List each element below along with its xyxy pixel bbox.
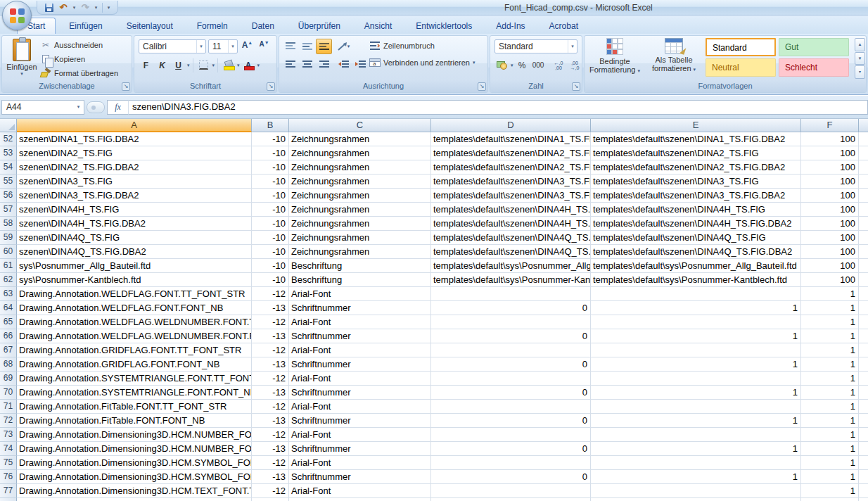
cell-d[interactable]: templates\default\szenen\DINA2_TS.FIG bbox=[431, 146, 591, 160]
cell-a[interactable] bbox=[17, 498, 252, 501]
decrease-decimal-button[interactable]: ,00→,0 bbox=[568, 58, 582, 72]
font-size-combo[interactable]: 11 ▾ bbox=[208, 39, 238, 53]
cell-c[interactable] bbox=[289, 498, 431, 501]
underline-dropdown-icon[interactable]: ▾ bbox=[187, 63, 190, 68]
redo-button[interactable]: ↷ bbox=[79, 1, 91, 13]
cell-b[interactable]: -10 bbox=[252, 273, 289, 287]
cell-g[interactable] bbox=[859, 245, 868, 259]
align-top-button[interactable] bbox=[282, 39, 298, 54]
cell-f[interactable]: 1 bbox=[801, 315, 859, 329]
column-header[interactable] bbox=[859, 119, 868, 132]
copy-button[interactable]: Kopieren bbox=[40, 53, 118, 65]
cell-e[interactable]: templates\default\szenen\DINA4H_TS.FIG bbox=[591, 203, 801, 217]
cell-f[interactable]: 100 bbox=[801, 189, 859, 203]
cell-c[interactable]: Arial-Font bbox=[289, 428, 431, 442]
font-color-dropdown-icon[interactable]: ▾ bbox=[257, 63, 260, 68]
cell-b[interactable]: -12 bbox=[252, 428, 289, 442]
cell-f[interactable]: 1 bbox=[801, 456, 859, 470]
cell-f[interactable]: 1 bbox=[801, 329, 859, 343]
customize-qat-button[interactable]: ▾ bbox=[106, 5, 112, 11]
cell-c[interactable]: Zeichnungsrahmen bbox=[289, 189, 431, 203]
cell-f[interactable]: 1 bbox=[801, 372, 859, 386]
ribbon-tab[interactable]: Add-Ins bbox=[485, 18, 535, 34]
cell-d[interactable]: 0 bbox=[431, 414, 591, 428]
cell-c[interactable]: Zeichnungsrahmen bbox=[289, 217, 431, 231]
cell-a[interactable]: Drawing.Annotation.WELDFLAG.WELDNUMBER.F… bbox=[17, 315, 252, 329]
cell-g[interactable] bbox=[859, 217, 868, 231]
row-header[interactable]: 71 bbox=[0, 400, 17, 414]
cell-c[interactable]: Zeichnungsrahmen bbox=[289, 146, 431, 160]
cell-a[interactable]: Drawing.Annotation.Dimensioning3D.HCM.TE… bbox=[17, 484, 252, 498]
font-color-button[interactable]: A bbox=[241, 58, 256, 72]
cell-e[interactable] bbox=[591, 456, 801, 470]
cell-a[interactable]: szenen\DINA2_TS.FIG.DBA2 bbox=[17, 160, 252, 175]
italic-button[interactable]: K bbox=[155, 58, 170, 72]
gallery-scroll-down-button[interactable]: ▼ bbox=[855, 52, 865, 65]
cell-g[interactable] bbox=[859, 498, 868, 501]
cell-b[interactable]: -12 bbox=[252, 287, 289, 301]
cell-e[interactable]: 1 bbox=[591, 414, 801, 428]
cell-d[interactable] bbox=[431, 498, 591, 501]
cell-c[interactable]: Schriftnummer bbox=[289, 414, 431, 428]
align-bottom-button[interactable] bbox=[316, 39, 332, 54]
cell-c[interactable]: Schriftnummer bbox=[289, 470, 431, 484]
column-header[interactable]: C bbox=[289, 119, 431, 132]
cell-a[interactable]: sys\Posnummer-Kantblech.ftd bbox=[17, 273, 252, 287]
cell-g[interactable] bbox=[859, 189, 868, 203]
cell-a[interactable]: Drawing.Annotation.SYSTEMTRIANGLE.FONT.T… bbox=[17, 372, 252, 386]
cell-d[interactable]: 0 bbox=[431, 357, 591, 372]
select-all-button[interactable] bbox=[0, 119, 17, 132]
cell-a[interactable]: Drawing.Annotation.FitTable.FONT.FONT_NB bbox=[17, 414, 252, 428]
cell-b[interactable]: -10 bbox=[252, 132, 289, 146]
cell-f[interactable]: 1 bbox=[801, 470, 859, 484]
cell-e[interactable] bbox=[591, 315, 801, 329]
cell-g[interactable] bbox=[859, 343, 868, 357]
increase-indent-button[interactable] bbox=[352, 57, 369, 72]
row-header[interactable]: 66 bbox=[0, 329, 17, 343]
cell-b[interactable]: -10 bbox=[252, 189, 289, 203]
cell-a[interactable]: Drawing.Annotation.Dimensioning3D.HCM.NU… bbox=[17, 442, 252, 456]
font-family-combo[interactable]: Calibri ▾ bbox=[139, 39, 206, 53]
align-center-button[interactable] bbox=[299, 57, 315, 72]
cell-g[interactable] bbox=[859, 442, 868, 456]
row-header[interactable]: 58 bbox=[0, 217, 17, 231]
cell-d[interactable]: 0 bbox=[431, 470, 591, 484]
cell-d[interactable]: templates\default\szenen\DINA4Q_TS.FIG.D… bbox=[431, 245, 591, 259]
name-box[interactable]: A44 ▾ bbox=[1, 100, 84, 115]
font-dialog-launcher[interactable]: ↘ bbox=[267, 82, 275, 91]
wrap-text-button[interactable]: Zeilenumbruch bbox=[369, 40, 475, 51]
row-header[interactable]: 53 bbox=[0, 146, 17, 160]
cell-a[interactable]: Drawing.Annotation.Dimensioning3D.HCM.NU… bbox=[17, 428, 252, 442]
comma-style-button[interactable]: 000 bbox=[531, 58, 546, 72]
cell-e[interactable]: templates\default\sys\Posnummer-Kantblec… bbox=[591, 273, 801, 287]
cell-style-chip[interactable]: Schlecht bbox=[779, 58, 849, 77]
row-header[interactable]: 55 bbox=[0, 175, 17, 189]
cell-d[interactable]: templates\default\szenen\DINA4Q_TS.FIG bbox=[431, 231, 591, 245]
cell-e[interactable]: templates\default\szenen\DINA2_TS.FIG bbox=[591, 146, 801, 160]
row-header[interactable]: 75 bbox=[0, 456, 17, 470]
cell-g[interactable] bbox=[859, 372, 868, 386]
cell-c[interactable]: Arial-Font bbox=[289, 372, 431, 386]
row-header[interactable]: 62 bbox=[0, 273, 17, 287]
align-right-button[interactable] bbox=[316, 57, 332, 72]
cell-d[interactable]: templates\default\szenen\DINA3_TS.FIG bbox=[431, 175, 591, 189]
column-header[interactable]: E bbox=[591, 119, 801, 132]
cell-d[interactable] bbox=[431, 400, 591, 414]
font-size-dropdown-icon[interactable]: ▾ bbox=[228, 40, 237, 53]
cell-c[interactable]: Zeichnungsrahmen bbox=[289, 160, 431, 175]
cell-c[interactable]: Schriftnummer bbox=[289, 386, 431, 400]
align-middle-button[interactable] bbox=[299, 39, 315, 54]
row-header[interactable]: 59 bbox=[0, 231, 17, 245]
cell-style-chip[interactable]: Standard bbox=[706, 38, 776, 56]
cell-g[interactable] bbox=[859, 203, 868, 217]
cell-e[interactable] bbox=[591, 400, 801, 414]
format-painter-button[interactable]: Format übertragen bbox=[40, 68, 118, 79]
cell-a[interactable]: szenen\DINA3_TS.FIG bbox=[17, 175, 252, 189]
save-button[interactable] bbox=[43, 1, 56, 13]
cell-d[interactable]: 0 bbox=[431, 329, 591, 343]
redo-dropdown-icon[interactable]: ▾ bbox=[93, 5, 99, 11]
cell-e[interactable]: templates\default\szenen\DINA1_TS.FIG.DB… bbox=[591, 132, 801, 146]
row-header[interactable]: 67 bbox=[0, 343, 17, 357]
cell-a[interactable]: szenen\DINA4H_TS.FIG.DBA2 bbox=[17, 217, 252, 231]
cell-a[interactable]: Drawing.Annotation.SYSTEMTRIANGLE.FONT.F… bbox=[17, 386, 252, 400]
